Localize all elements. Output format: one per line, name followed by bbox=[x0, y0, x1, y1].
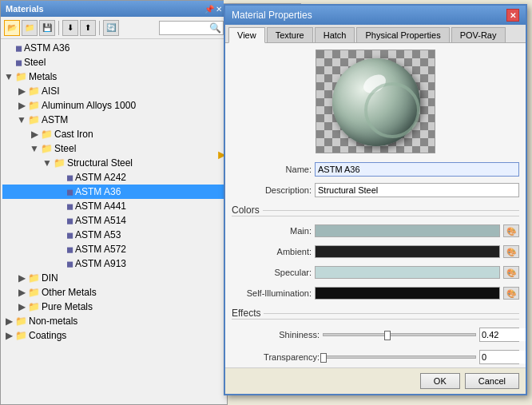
tree-item-other-metals[interactable]: 📁 Other Metals bbox=[2, 285, 225, 300]
specular-color-swatch[interactable] bbox=[315, 266, 500, 279]
self-illum-label: Self-Illumination: bbox=[232, 288, 312, 298]
tree-item-aluminum[interactable]: 📁 Aluminum Alloys 1000 bbox=[2, 98, 225, 113]
ambient-color-btn[interactable]: 🎨 bbox=[503, 245, 519, 258]
dialog-close-button[interactable]: ✕ bbox=[506, 9, 519, 22]
expand-astm[interactable] bbox=[15, 113, 28, 126]
expand-a53 bbox=[54, 228, 66, 241]
tree-label-a242: ASTM A242 bbox=[75, 172, 126, 183]
tree-item-din[interactable]: 📁 DIN bbox=[2, 271, 225, 285]
colors-section-header: Colors bbox=[232, 204, 519, 216]
shininess-thumb[interactable] bbox=[384, 331, 391, 340]
main-color-swatch[interactable] bbox=[315, 224, 500, 237]
transparency-spinner: ▲ ▼ bbox=[479, 350, 519, 364]
expand-aluminum[interactable] bbox=[15, 99, 28, 112]
expand-structural-steel[interactable] bbox=[41, 157, 54, 169]
specular-color-row: Specular: 🎨 bbox=[232, 264, 519, 280]
specular-color-label: Specular: bbox=[232, 268, 312, 277]
expand-coatings[interactable] bbox=[2, 329, 15, 342]
tree-item-astm-a36[interactable]: ◼ ASTM A36 bbox=[2, 185, 225, 199]
tree-label-cast-iron: Cast Iron bbox=[54, 129, 93, 140]
transparency-value[interactable] bbox=[480, 351, 526, 363]
shininess-spinner: ▲ ▼ bbox=[479, 328, 519, 342]
expand-non-metals[interactable] bbox=[2, 315, 15, 328]
preview-area bbox=[232, 50, 519, 153]
name-input[interactable] bbox=[315, 162, 519, 177]
tab-hatch[interactable]: Hatch bbox=[315, 27, 355, 42]
tree-item-coatings[interactable]: 📁 Coatings bbox=[2, 328, 225, 343]
close-panel-icon[interactable]: ✕ bbox=[216, 5, 222, 14]
main-color-btn[interactable]: 🎨 bbox=[503, 224, 519, 237]
self-illum-swatch[interactable] bbox=[315, 287, 500, 300]
toolbar-btn-3[interactable]: 💾 bbox=[39, 20, 55, 36]
description-input[interactable] bbox=[315, 183, 519, 197]
ambient-color-swatch[interactable] bbox=[315, 245, 500, 258]
toolbar-btn-6[interactable]: 🔄 bbox=[103, 20, 119, 36]
toolbar-sep-1 bbox=[58, 21, 59, 35]
tree-item-astm-a572[interactable]: ◼ ASTM A572 bbox=[2, 242, 225, 256]
tree-label-steel-astm: Steel bbox=[54, 143, 76, 154]
pin-icon[interactable]: 📌 bbox=[204, 5, 214, 14]
tab-physical-properties[interactable]: Physical Properties bbox=[356, 27, 449, 42]
tree-item-astm-a36-top[interactable]: ◼ ASTM A36 bbox=[2, 41, 225, 55]
tree-panel: ◼ ASTM A36 ◼ Steel 📁 Metals 📁 AISI 📁 Alu… bbox=[1, 39, 227, 404]
tree-item-astm[interactable]: 📁 ASTM bbox=[2, 113, 225, 127]
tab-bar: View Texture Hatch Physical Properties P… bbox=[225, 25, 526, 43]
description-label: Description: bbox=[232, 185, 312, 195]
tree-item-non-metals[interactable]: 📁 Non-metals bbox=[2, 314, 225, 328]
shininess-value[interactable] bbox=[480, 328, 526, 341]
tree-item-astm-a53[interactable]: ◼ ASTM A53 bbox=[2, 228, 225, 242]
preview-canvas bbox=[316, 50, 435, 153]
tree-label-other-metals: Other Metals bbox=[42, 287, 97, 298]
tree-item-astm-a242[interactable]: ◼ ASTM A242 bbox=[2, 170, 225, 185]
tab-pov-ray[interactable]: POV-Ray bbox=[451, 27, 506, 42]
folder-icon-aluminum: 📁 bbox=[28, 100, 40, 111]
expand-pure-metals[interactable] bbox=[15, 300, 28, 313]
tree-item-astm-a441[interactable]: ◼ ASTM A441 bbox=[2, 199, 225, 213]
tree-item-astm-a514[interactable]: ◼ ASTM A514 bbox=[2, 213, 225, 228]
folder-icon-other-metals: 📁 bbox=[28, 287, 40, 298]
tree-item-steel-top[interactable]: ◼ Steel bbox=[2, 55, 225, 69]
material-icon: ◼ bbox=[15, 43, 22, 54]
shininess-slider[interactable] bbox=[323, 333, 476, 336]
tree-item-astm-a913[interactable]: ◼ ASTM A913 bbox=[2, 256, 225, 271]
tab-view[interactable]: View bbox=[228, 27, 265, 43]
dialog-body: Name: Description: Colors Main: 🎨 Ambien… bbox=[225, 43, 526, 367]
expand-a441 bbox=[54, 200, 66, 212]
tree-label-non-metals: Non-metals bbox=[29, 316, 77, 327]
search-icon[interactable]: 🔍 bbox=[209, 22, 221, 34]
specular-color-btn[interactable]: 🎨 bbox=[503, 266, 519, 279]
material-properties-dialog: Material Properties ✕ View Texture Hatch… bbox=[224, 4, 527, 395]
effects-section-header: Effects bbox=[232, 308, 519, 320]
cancel-button[interactable]: Cancel bbox=[465, 373, 519, 389]
sphere-ring bbox=[364, 82, 420, 138]
toolbar-btn-4[interactable]: ⬇ bbox=[62, 20, 78, 36]
toolbar-btn-1[interactable]: 📂 bbox=[4, 20, 20, 36]
folder-icon-cast-iron: 📁 bbox=[41, 129, 53, 140]
tree-item-cast-iron[interactable]: 📁 Cast Iron bbox=[2, 127, 225, 141]
toolbar-btn-2[interactable]: 📁 bbox=[22, 20, 38, 36]
expand-din[interactable] bbox=[15, 272, 28, 284]
expand-steel-astm[interactable] bbox=[28, 142, 41, 155]
shininess-row: Shininess: ▲ ▼ bbox=[232, 326, 519, 343]
tree-label-coatings: Coatings bbox=[29, 330, 66, 341]
tree-item-pure-metals[interactable]: 📁 Pure Metals bbox=[2, 300, 225, 314]
folder-icon-coatings: 📁 bbox=[15, 330, 27, 341]
expand-cast-iron[interactable] bbox=[28, 128, 41, 141]
toolbar-btn-5[interactable]: ⬆ bbox=[80, 20, 96, 36]
tab-texture[interactable]: Texture bbox=[267, 27, 313, 42]
self-illum-btn[interactable]: 🎨 bbox=[503, 287, 519, 300]
expand-aisi[interactable] bbox=[15, 85, 28, 97]
tree-label-aisi: AISI bbox=[42, 85, 60, 97]
tree-item-aisi[interactable]: 📁 AISI bbox=[2, 84, 225, 98]
tree-label-a36: ASTM A36 bbox=[75, 186, 121, 197]
expand-other-metals[interactable] bbox=[15, 286, 28, 299]
search-input[interactable] bbox=[161, 23, 209, 33]
transparency-thumb[interactable] bbox=[320, 353, 327, 363]
transparency-slider[interactable] bbox=[323, 355, 476, 359]
tree-item-steel-astm[interactable]: 📁 Steel bbox=[2, 141, 225, 156]
tree-label-aluminum: Aluminum Alloys 1000 bbox=[42, 100, 136, 111]
expand-metals[interactable] bbox=[2, 70, 15, 83]
tree-item-structural-steel[interactable]: 📁 Structural Steel bbox=[2, 156, 225, 170]
ok-button[interactable]: OK bbox=[420, 373, 460, 389]
tree-item-metals[interactable]: 📁 Metals bbox=[2, 69, 225, 84]
